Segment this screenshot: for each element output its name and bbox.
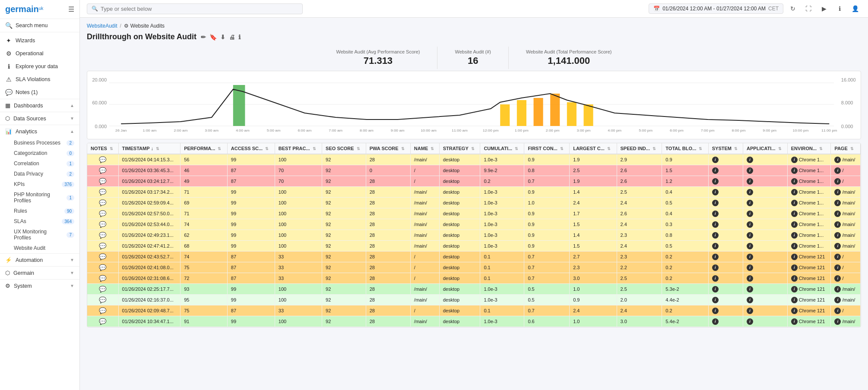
app-info-icon[interactable]: i <box>747 157 753 163</box>
page-info-icon[interactable]: i <box>834 211 841 217</box>
sidebar-item-notes[interactable]: 💬 Notes (1) <box>0 86 79 99</box>
note-bubble-icon[interactable]: 💬 <box>99 189 106 195</box>
app-info-icon[interactable]: i <box>747 211 753 217</box>
sidebar-item-ux-monitoring[interactable]: UX Monitoring Profiles 7 <box>0 226 79 243</box>
note-bubble-icon[interactable]: 💬 <box>99 178 106 185</box>
app-info-icon[interactable]: i <box>747 221 753 228</box>
note-bubble-icon[interactable]: 💬 <box>99 232 106 239</box>
refresh-button[interactable]: ↻ <box>787 3 799 15</box>
note-bubble-icon[interactable]: 💬 <box>99 318 106 325</box>
note-bubble-icon[interactable]: 💬 <box>99 264 106 271</box>
sidebar-item-datasources[interactable]: ⬡ Data Sources ▼ <box>0 112 79 125</box>
sidebar-item-wizards[interactable]: ✦ Wizards <box>0 34 79 47</box>
env-info-icon[interactable]: i <box>791 157 798 163</box>
note-bubble-icon[interactable]: 💬 <box>99 210 106 217</box>
system-info-icon[interactable]: i <box>712 232 719 239</box>
note-bubble-icon[interactable]: 💬 <box>99 156 106 163</box>
page-info-icon[interactable]: i <box>834 178 841 185</box>
system-info-icon[interactable]: i <box>712 318 719 325</box>
env-info-icon[interactable]: i <box>791 211 798 217</box>
col-speed-index[interactable]: SPEED IND... ⇅ <box>617 143 662 154</box>
system-info-icon[interactable]: i <box>712 200 719 206</box>
app-info-icon[interactable]: i <box>747 254 753 260</box>
sidebar-item-system[interactable]: ⚙ System ▼ <box>0 280 79 292</box>
env-info-icon[interactable]: i <box>791 189 798 195</box>
page-info-icon[interactable]: i <box>834 221 841 228</box>
system-info-icon[interactable]: i <box>712 297 719 303</box>
note-bubble-icon[interactable]: 💬 <box>99 286 106 292</box>
sidebar-item-sla[interactable]: ⚠ SLA Violations <box>0 73 79 86</box>
sidebar-item-explore[interactable]: ℹ Explore your data <box>0 60 79 73</box>
bookmark-icon[interactable]: 🔖 <box>209 34 217 41</box>
page-info-icon[interactable]: i <box>834 157 841 163</box>
system-info-icon[interactable]: i <box>712 221 719 228</box>
app-info-icon[interactable]: i <box>747 297 753 303</box>
print-icon[interactable]: 🖨 <box>229 34 235 41</box>
env-info-icon[interactable]: i <box>791 221 798 228</box>
page-info-icon[interactable]: i <box>834 297 841 303</box>
page-info-icon[interactable]: i <box>834 254 841 260</box>
page-info-icon[interactable]: i <box>834 318 841 325</box>
system-info-icon[interactable]: i <box>712 157 719 163</box>
col-timestamp[interactable]: TIMESTAMP ↓ ⇅ <box>118 143 181 154</box>
date-range-picker[interactable]: 📅 01/26/2024 12:00 AM - 01/27/2024 12:00… <box>649 3 783 14</box>
env-info-icon[interactable]: i <box>791 318 798 325</box>
edit-icon[interactable]: ✏ <box>201 34 206 41</box>
system-info-icon[interactable]: i <box>712 167 719 174</box>
sidebar-item-kpis[interactable]: KPIs 376 <box>0 179 79 189</box>
note-bubble-icon[interactable]: 💬 <box>99 307 106 314</box>
app-info-icon[interactable]: i <box>747 200 753 206</box>
col-access-score[interactable]: ACCESS SC... ⇅ <box>227 143 275 154</box>
env-info-icon[interactable]: i <box>791 232 798 239</box>
page-info-icon[interactable]: i <box>834 286 841 292</box>
search-menu[interactable]: 🔍 Search menu <box>0 19 79 32</box>
col-total-blocking[interactable]: TOTAL BLO... ⇅ <box>662 143 708 154</box>
sidebar-item-correlation[interactable]: Correlation 1 <box>0 158 79 169</box>
sidebar-item-germain[interactable]: ⬡ Germain ▼ <box>0 267 79 279</box>
app-info-icon[interactable]: i <box>747 167 753 174</box>
sidebar-item-rules[interactable]: Rules 90 <box>0 206 79 216</box>
sidebar-item-website-audit[interactable]: Website Audit <box>0 243 79 253</box>
breadcrumb-parent-link[interactable]: WebsiteAudit <box>87 23 117 29</box>
col-largest-content[interactable]: LARGEST C... ⇅ <box>570 143 617 154</box>
col-best-practices[interactable]: BEST PRAC... ⇅ <box>275 143 322 154</box>
system-info-icon[interactable]: i <box>712 264 719 271</box>
col-application[interactable]: APPLICATI... ⇅ <box>743 143 788 154</box>
col-seo-score[interactable]: SEO SCORE ⇅ <box>322 143 366 154</box>
app-info-icon[interactable]: i <box>747 318 753 325</box>
sidebar-item-categorization[interactable]: Categorization 0 <box>0 148 79 158</box>
col-name[interactable]: NAME ⇅ <box>410 143 439 154</box>
hamburger-icon[interactable]: ☰ <box>68 5 74 13</box>
sidebar-item-slas[interactable]: SLAs 364 <box>0 216 79 226</box>
env-info-icon[interactable]: i <box>791 243 798 249</box>
page-info-icon[interactable]: i <box>834 167 841 174</box>
system-info-icon[interactable]: i <box>712 178 719 185</box>
app-info-icon[interactable]: i <box>747 286 753 292</box>
env-info-icon[interactable]: i <box>791 254 798 260</box>
app-info-icon[interactable]: i <box>747 275 753 282</box>
app-info-icon[interactable]: i <box>747 264 753 271</box>
col-environment[interactable]: ENVIRON... ⇅ <box>787 143 831 154</box>
system-info-icon[interactable]: i <box>712 275 719 282</box>
sidebar-item-operational[interactable]: ⚙ Operational <box>0 47 79 60</box>
system-info-icon[interactable]: i <box>712 243 719 249</box>
col-pwa-score[interactable]: PWA SCORE ⇅ <box>366 143 410 154</box>
page-info-icon[interactable]: i <box>834 200 841 206</box>
sidebar-item-business-processes[interactable]: Business Processes 2 <box>0 138 79 148</box>
app-info-icon[interactable]: i <box>747 178 753 185</box>
note-bubble-icon[interactable]: 💬 <box>99 167 106 174</box>
info-button[interactable]: ℹ <box>833 3 846 15</box>
app-info-icon[interactable]: i <box>747 243 753 249</box>
search-input[interactable] <box>101 6 298 12</box>
page-info-icon[interactable]: i <box>834 264 841 271</box>
note-bubble-icon[interactable]: 💬 <box>99 296 106 303</box>
sidebar-item-php-monitoring[interactable]: PHP Monitoring Profiles 1 <box>0 189 79 206</box>
note-bubble-icon[interactable]: 💬 <box>99 199 106 206</box>
env-info-icon[interactable]: i <box>791 264 798 271</box>
col-system[interactable]: SYSTEM ⇅ <box>708 143 743 154</box>
env-info-icon[interactable]: i <box>791 178 798 185</box>
page-info-icon[interactable]: i <box>834 189 841 195</box>
note-bubble-icon[interactable]: 💬 <box>99 242 106 249</box>
play-button[interactable]: ▶ <box>818 3 830 15</box>
col-first-content[interactable]: FIRST CON... ⇅ <box>524 143 570 154</box>
